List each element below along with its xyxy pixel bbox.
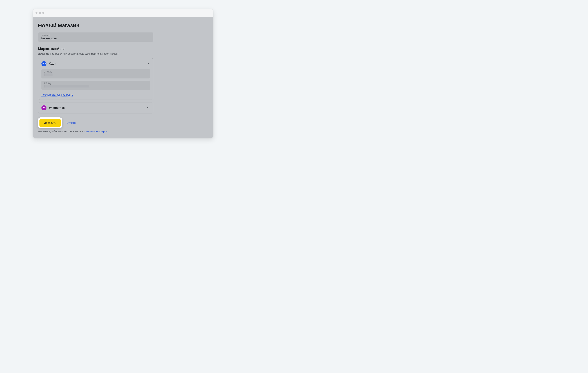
window-minimize-dot[interactable] [39, 12, 41, 14]
add-button[interactable]: Добавить [40, 119, 61, 127]
action-button-row: Добавить Отмена [38, 117, 208, 128]
ozon-card: OZON Ozon Client ID API key Посмотреть, … [38, 58, 153, 100]
window-zoom-dot[interactable] [42, 12, 44, 14]
app-window: Новый магазин Название Sneakerstore Марк… [33, 9, 213, 138]
store-name-value: Sneakerstore [41, 37, 151, 40]
terms-text: Нажимая «Добавить», вы соглашаетесь с до… [38, 130, 208, 133]
api-key-field[interactable]: API key [42, 81, 150, 90]
window-close-dot[interactable] [35, 12, 37, 14]
add-button-highlight: Добавить [38, 117, 62, 128]
page-title: Новый магазин [38, 22, 208, 29]
api-key-label: API key [44, 82, 147, 85]
marketplaces-hint: Изменить настройки или добавить еще один… [38, 52, 208, 55]
terms-prefix: Нажимая «Добавить», вы соглашаетесь [38, 130, 84, 133]
marketplaces-title: Маркетплейсы [38, 47, 208, 51]
ozon-card-header[interactable]: OZON Ozon [38, 58, 153, 69]
chevron-up-icon [147, 62, 150, 65]
chevron-down-icon [147, 106, 150, 110]
ozon-icon: OZON [42, 61, 46, 66]
cancel-button[interactable]: Отмена [66, 121, 76, 124]
api-key-value-redacted [44, 85, 89, 88]
window-titlebar [33, 9, 213, 17]
page-content: Новый магазин Название Sneakerstore Марк… [33, 17, 213, 138]
wildberries-card-header[interactable]: WB Wildberries [38, 102, 153, 113]
ozon-card-body: Client ID API key Посмотреть, как настро… [38, 69, 153, 99]
wildberries-card: WB Wildberries [38, 102, 153, 113]
client-id-field[interactable]: Client ID [42, 69, 150, 78]
client-id-value-redacted [44, 73, 52, 76]
terms-link[interactable]: с договором оферты [84, 130, 107, 133]
ozon-name: Ozon [49, 62, 144, 65]
store-name-label: Название [41, 34, 151, 36]
wildberries-name: Wildberries [49, 106, 144, 110]
client-id-label: Client ID [44, 71, 147, 73]
ozon-setup-link[interactable]: Посмотреть, как настроить [42, 93, 73, 97]
wildberries-icon: WB [42, 105, 46, 110]
store-name-field[interactable]: Название Sneakerstore [38, 33, 153, 42]
